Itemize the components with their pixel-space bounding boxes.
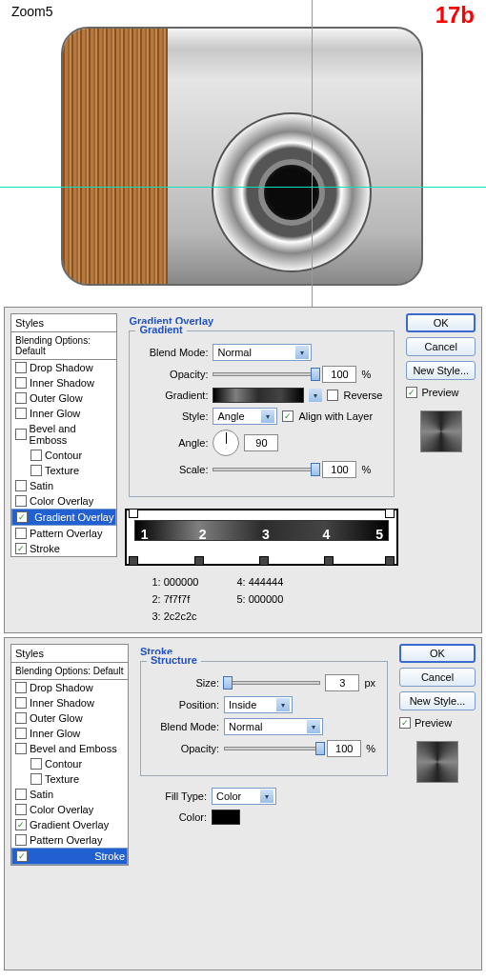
style-drop-shadow[interactable]: Drop Shadow — [11, 680, 128, 695]
blend-mode-select[interactable]: Normal▾ — [213, 344, 312, 361]
reverse-checkbox[interactable] — [327, 390, 338, 401]
style-checkbox[interactable] — [30, 758, 42, 770]
color-stop[interactable] — [385, 556, 395, 566]
style-satin[interactable]: Satin — [11, 478, 116, 493]
style-contour[interactable]: Contour — [11, 448, 116, 463]
structure-legend: Structure — [147, 654, 201, 666]
new-style-button[interactable]: New Style... — [399, 691, 476, 710]
style-checkbox[interactable] — [30, 465, 42, 476]
cancel-button[interactable]: Cancel — [399, 668, 476, 687]
opacity-slider[interactable] — [224, 747, 322, 750]
align-label: Align with Layer — [298, 410, 373, 422]
style-outer-glow[interactable]: Outer Glow — [11, 710, 128, 726]
opacity-stop[interactable] — [385, 509, 395, 518]
style-checkbox[interactable] — [15, 743, 27, 754]
style-drop-shadow[interactable]: Drop Shadow — [11, 360, 116, 375]
color-stop[interactable] — [259, 556, 269, 566]
styles-sidebar: Styles Blending Options: Default Drop Sh… — [10, 313, 117, 627]
style-checkbox[interactable] — [15, 697, 27, 709]
style-checkbox[interactable] — [15, 804, 27, 815]
preview-checkbox[interactable] — [406, 387, 417, 398]
gradient-bar[interactable]: 1 2 3 4 5 — [134, 520, 389, 541]
filltype-select[interactable]: Color▾ — [212, 788, 276, 805]
style-inner-shadow[interactable]: Inner Shadow — [11, 375, 116, 390]
style-checkbox[interactable] — [15, 377, 27, 389]
style-contour[interactable]: Contour — [11, 756, 128, 771]
cancel-button[interactable]: Cancel — [406, 337, 476, 356]
preview-checkbox[interactable] — [399, 717, 411, 729]
color-stop[interactable] — [324, 556, 334, 566]
blending-options[interactable]: Blending Options: Default — [10, 332, 117, 360]
style-checkbox[interactable] — [15, 728, 27, 739]
style-checkbox[interactable] — [15, 362, 27, 373]
angle-input[interactable]: 90 — [244, 434, 278, 451]
style-satin[interactable]: Satin — [11, 787, 128, 802]
size-input[interactable]: 3 — [325, 674, 359, 691]
style-outer-glow[interactable]: Outer Glow — [11, 390, 116, 406]
position-select[interactable]: Inside▾ — [224, 696, 293, 713]
style-checkbox[interactable] — [15, 712, 27, 724]
style-color-overlay[interactable]: Color Overlay — [11, 802, 128, 817]
opacity-slider[interactable] — [213, 372, 317, 376]
opacity-stop[interactable] — [129, 509, 138, 518]
sidebar-header[interactable]: Styles — [10, 644, 129, 663]
gradient-preview[interactable] — [213, 388, 304, 403]
style-checkbox[interactable] — [15, 834, 27, 846]
layer-style-panel-stroke: Styles Blending Options: Default Drop Sh… — [4, 637, 482, 970]
color-swatch[interactable] — [212, 810, 240, 825]
angle-dial[interactable] — [213, 430, 239, 456]
style-bevel-and-emboss[interactable]: Bevel and Emboss — [11, 741, 128, 756]
opacity-input[interactable]: 100 — [322, 366, 356, 383]
sidebar-header[interactable]: Styles — [10, 313, 117, 332]
reverse-label: Reverse — [343, 390, 382, 401]
new-style-button[interactable]: New Style... — [406, 361, 476, 380]
style-gradient-overlay[interactable]: Gradient Overlay — [11, 817, 128, 832]
zoom-label: Zoom5 — [11, 4, 53, 19]
style-bevel-and-emboss[interactable]: Bevel and Emboss — [11, 421, 116, 448]
guide-vertical — [312, 0, 313, 312]
style-checkbox[interactable] — [30, 450, 42, 461]
opacity-input[interactable]: 100 — [327, 740, 361, 757]
size-slider[interactable] — [224, 681, 320, 685]
blending-options[interactable]: Blending Options: Default — [10, 663, 129, 680]
align-checkbox[interactable] — [282, 410, 294, 422]
gradient-legend: Gradient — [135, 324, 186, 335]
style-pattern-overlay[interactable]: Pattern Overlay — [11, 526, 116, 541]
style-checkbox[interactable] — [15, 495, 27, 507]
style-checkbox[interactable] — [15, 819, 27, 830]
blend-mode-select[interactable]: Normal▾ — [224, 718, 323, 735]
style-texture[interactable]: Texture — [11, 463, 116, 478]
style-inner-glow[interactable]: Inner Glow — [11, 406, 116, 421]
style-checkbox[interactable] — [15, 682, 27, 693]
style-pattern-overlay[interactable]: Pattern Overlay — [11, 832, 128, 848]
style-stroke[interactable]: Stroke — [11, 848, 128, 865]
blend-mode-label: Blend Mode: — [141, 347, 208, 358]
style-texture[interactable]: Texture — [11, 771, 128, 787]
gradient-dropdown-icon[interactable]: ▾ — [309, 389, 322, 402]
style-checkbox[interactable] — [16, 511, 28, 523]
style-checkbox[interactable] — [15, 480, 27, 491]
style-color-overlay[interactable]: Color Overlay — [11, 493, 116, 509]
scale-input[interactable]: 100 — [322, 461, 356, 478]
ok-button[interactable]: OK — [406, 313, 476, 332]
style-checkbox[interactable] — [15, 429, 27, 440]
opacity-label: Opacity: — [141, 369, 208, 380]
style-select[interactable]: Angle▾ — [213, 408, 277, 425]
style-inner-glow[interactable]: Inner Glow — [11, 726, 128, 741]
style-checkbox[interactable] — [15, 543, 27, 554]
style-checkbox[interactable] — [16, 850, 28, 862]
color-stop[interactable] — [194, 556, 204, 566]
style-inner-shadow[interactable]: Inner Shadow — [11, 695, 128, 710]
style-checkbox[interactable] — [15, 528, 27, 539]
style-checkbox[interactable] — [30, 773, 42, 785]
filltype-label: Fill Type: — [140, 790, 207, 802]
ok-button[interactable]: OK — [399, 644, 476, 663]
style-stroke[interactable]: Stroke — [11, 541, 116, 556]
style-checkbox[interactable] — [15, 789, 27, 800]
style-checkbox[interactable] — [15, 408, 27, 419]
style-gradient-overlay[interactable]: Gradient Overlay — [11, 509, 116, 526]
color-stop[interactable] — [129, 556, 138, 566]
wood-grip — [63, 29, 168, 284]
scale-slider[interactable] — [213, 468, 317, 471]
style-checkbox[interactable] — [15, 392, 27, 404]
